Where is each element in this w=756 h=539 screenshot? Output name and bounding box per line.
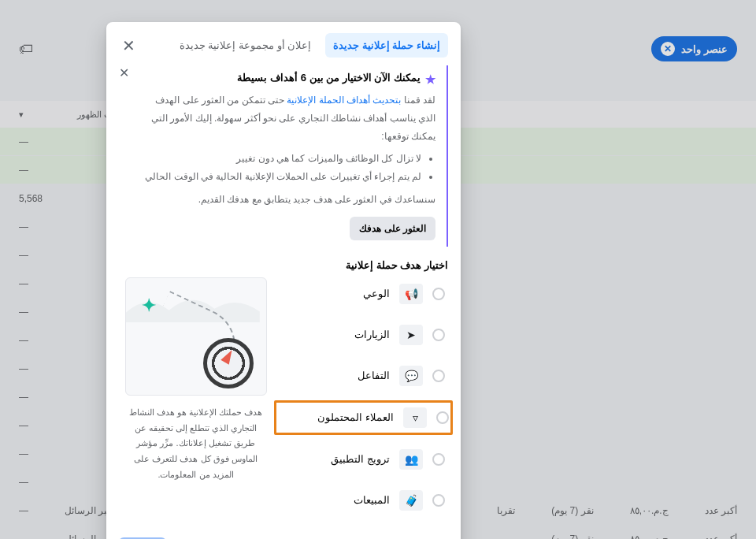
radio-sales[interactable]: [432, 494, 445, 507]
modal-close-button[interactable]: ✕: [119, 35, 139, 57]
banner-title-text: يمكنك الآن الاختيار من بين 6 أهداف بسيطة: [237, 69, 421, 87]
choose-objective-heading: اختيار هدف حملة إعلانية: [106, 253, 461, 277]
chat-icon: 💬: [399, 366, 423, 386]
megaphone-icon: 📢: [399, 284, 423, 304]
objective-awareness[interactable]: 📢 الوعي: [279, 277, 448, 310]
banner-bullet-1: لا تزال كل الوظائف والميزات كما هي دون ت…: [139, 150, 421, 168]
objective-app-promotion-label: ترويج التطبيق: [331, 453, 390, 465]
briefcase-icon: 🧳: [399, 490, 423, 511]
compass-illustration: ✦: [125, 277, 267, 396]
banner-body-2: سنساعدك في العثور على هدف جديد يتطابق مع…: [139, 191, 435, 209]
objective-app-promotion[interactable]: 👥 ترويج التطبيق: [279, 443, 448, 476]
objective-sales-label: المبيعات: [354, 494, 390, 506]
banner-body: لقد قمنا بتحديث أهداف الحملة الإعلانية ح…: [139, 91, 435, 240]
radio-engagement[interactable]: [432, 370, 445, 382]
radio-awareness[interactable]: [432, 288, 445, 300]
banner-body-pre: لقد قمنا: [401, 95, 435, 106]
objective-engagement-label: التفاعل: [358, 370, 390, 381]
objective-list: 📢 الوعي ➤ الزيارات 💬 التفاعل ▿ العملاء ا…: [279, 277, 448, 517]
banner-learn-link[interactable]: بتحديث أهداف الحملة الإعلانية: [287, 95, 401, 106]
banner-bullet-2: لم يتم إجراء أي تغييرات على الحملات الإع…: [139, 168, 421, 186]
compass-icon: [203, 338, 254, 388]
create-campaign-modal: إنشاء حملة إعلانية جديدة إعلان أو مجموعة…: [106, 22, 461, 539]
objective-leads-label: العملاء المحتملون: [317, 411, 394, 423]
objective-sales[interactable]: 🧳 المبيعات: [279, 484, 448, 517]
sparkle-icon: ✦: [142, 296, 156, 316]
radio-app-promotion[interactable]: [432, 453, 445, 466]
tab-new-campaign[interactable]: إنشاء حملة إعلانية جديدة: [325, 33, 448, 58]
objective-side-card: ✦ هدف حملتك الإعلانية هو هدف النشاط التج…: [119, 277, 272, 517]
objective-leads[interactable]: ▿ العملاء المحتملون: [274, 400, 453, 435]
objective-engagement[interactable]: 💬 التفاعل: [279, 359, 448, 392]
objectives-update-banner: ✕ ★ يمكنك الآن الاختيار من بين 6 أهداف ب…: [119, 65, 448, 247]
objective-traffic-label: الزيارات: [354, 329, 390, 340]
objective-traffic[interactable]: ➤ الزيارات: [279, 318, 448, 351]
banner-title: ★ يمكنك الآن الاختيار من بين 6 أهداف بسي…: [139, 69, 435, 90]
radio-leads[interactable]: [436, 411, 449, 424]
objective-awareness-label: الوعي: [363, 288, 390, 299]
banner-close-button[interactable]: ✕: [119, 65, 129, 80]
star-icon: ★: [425, 69, 435, 90]
objective-body: 📢 الوعي ➤ الزيارات 💬 التفاعل ▿ العملاء ا…: [106, 277, 461, 523]
modal-footer: تعرف على المزيد إلغاء متابعة: [106, 523, 461, 539]
modal-header: إنشاء حملة إعلانية جديدة إعلان أو مجموعة…: [106, 22, 461, 65]
radio-traffic[interactable]: [432, 329, 445, 341]
find-objective-button[interactable]: العثور على هدفك: [350, 217, 435, 240]
objective-side-caption: هدف حملتك الإعلانية هو هدف النشاط التجار…: [119, 405, 272, 483]
tab-existing-campaign[interactable]: إعلان أو مجموعة إعلانية جديدة: [172, 33, 319, 58]
funnel-icon: ▿: [403, 407, 427, 428]
cursor-icon: ➤: [399, 325, 423, 345]
people-icon: 👥: [399, 449, 423, 470]
